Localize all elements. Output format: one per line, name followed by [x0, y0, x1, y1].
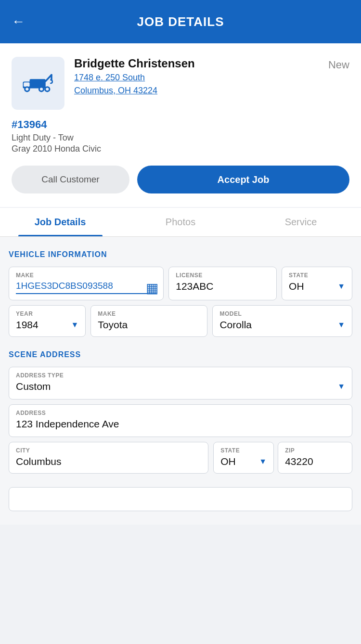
job-status-badge: New — [328, 57, 349, 71]
vin-field[interactable]: MAKE 1HGES3DC8BS093588 ▦ — [9, 267, 164, 300]
content-area: VEHICLE INFORMATION MAKE 1HGES3DC8BS0935… — [0, 237, 361, 525]
year-make-model-row: YEAR 1984 ▼ MAKE Toyota MODEL Corolla ▼ — [9, 305, 352, 337]
address-type-dropdown-arrow: ▼ — [337, 382, 345, 391]
job-card: Bridgette Christensen New 1748 e. 250 So… — [0, 43, 361, 207]
bottom-section — [9, 487, 352, 511]
license-field[interactable]: LICENSE 123ABC — [168, 267, 277, 300]
scene-state-value: OH ▼ — [220, 456, 267, 467]
scene-state-label: STATE — [220, 447, 267, 454]
page-title: JOB DETAILS — [137, 14, 224, 29]
year-dropdown-arrow: ▼ — [71, 321, 78, 329]
state-dropdown-arrow: ▼ — [337, 282, 345, 291]
state-field[interactable]: STATE OH ▼ — [282, 267, 352, 300]
city-field[interactable]: CITY Columbus — [9, 442, 208, 474]
svg-point-8 — [40, 88, 43, 90]
svg-rect-2 — [24, 82, 29, 87]
job-vehicle: Gray 2010 Honda Civic — [12, 144, 349, 154]
scene-section-title: SCENE ADDRESS — [9, 350, 352, 359]
license-label: LICENSE — [176, 272, 270, 279]
tab-photos[interactable]: Photos — [120, 208, 241, 236]
model-field[interactable]: MODEL Corolla ▼ — [212, 305, 352, 337]
action-buttons: Call Customer Accept Job — [12, 166, 349, 197]
vin-label: MAKE — [16, 272, 156, 279]
zip-value: 43220 — [285, 456, 345, 467]
tab-job-details[interactable]: Job Details — [0, 208, 120, 236]
city-value: Columbus — [16, 456, 201, 467]
tab-service[interactable]: Service — [241, 208, 361, 236]
state-value: OH ▼ — [289, 281, 345, 292]
scene-state-dropdown-arrow: ▼ — [259, 457, 267, 466]
header: ← JOB DETAILS — [0, 0, 361, 43]
job-info: Bridgette Christensen New 1748 e. 250 So… — [74, 57, 349, 97]
address-type-label: ADDRESS TYPE — [16, 372, 345, 379]
job-type: Light Duty - Tow — [12, 133, 349, 143]
model-dropdown-arrow: ▼ — [337, 321, 345, 329]
scene-section: SCENE ADDRESS ADDRESS TYPE Custom ▼ ADDR… — [9, 350, 352, 474]
vin-value: 1HGES3DC8BS093588 — [16, 281, 156, 294]
barcode-icon: ▦ — [146, 280, 158, 296]
address-value: 123 Independence Ave — [16, 418, 345, 430]
make-label: MAKE — [98, 310, 200, 317]
state-zip-group: STATE OH ▼ ZIP 43220 — [213, 442, 352, 474]
city-zip-row: CITY Columbus STATE OH ▼ ZIP 43220 — [9, 442, 352, 474]
job-number: #13964 — [12, 118, 349, 131]
address-field[interactable]: ADDRESS 123 Independence Ave — [9, 404, 352, 437]
customer-name: Bridgette Christensen — [74, 57, 195, 71]
svg-point-10 — [46, 88, 49, 90]
year-field[interactable]: YEAR 1984 ▼ — [9, 305, 86, 337]
address-type-value: Custom ▼ — [16, 381, 345, 392]
make-field[interactable]: MAKE Toyota — [90, 305, 207, 337]
address-type-field[interactable]: ADDRESS TYPE Custom ▼ — [9, 367, 352, 399]
tab-bar: Job Details Photos Service — [0, 208, 361, 237]
vehicle-section-title: VEHICLE INFORMATION — [9, 250, 352, 259]
model-label: MODEL — [219, 310, 345, 317]
svg-point-6 — [26, 88, 28, 90]
back-button[interactable]: ← — [12, 14, 25, 29]
city-label: CITY — [16, 447, 201, 454]
year-value: 1984 ▼ — [16, 319, 78, 331]
scene-state-field[interactable]: STATE OH ▼ — [213, 442, 274, 474]
state-label: STATE — [289, 272, 345, 279]
call-customer-button[interactable]: Call Customer — [12, 166, 129, 193]
tow-truck-icon — [12, 57, 64, 110]
license-value: 123ABC — [176, 281, 270, 292]
address-label: ADDRESS — [16, 410, 345, 416]
zip-field[interactable]: ZIP 43220 — [278, 442, 352, 474]
vin-row: MAKE 1HGES3DC8BS093588 ▦ LICENSE 123ABC … — [9, 267, 352, 300]
address-link[interactable]: 1748 e. 250 South — [74, 71, 349, 84]
year-label: YEAR — [16, 310, 78, 317]
vehicle-section: VEHICLE INFORMATION MAKE 1HGES3DC8BS0935… — [9, 250, 352, 337]
zip-label: ZIP — [285, 447, 345, 454]
make-value: Toyota — [98, 319, 200, 331]
accept-job-button[interactable]: Accept Job — [137, 166, 349, 193]
model-value: Corolla ▼ — [219, 319, 345, 331]
address-line2-link[interactable]: Columbus, OH 43224 — [74, 84, 349, 97]
